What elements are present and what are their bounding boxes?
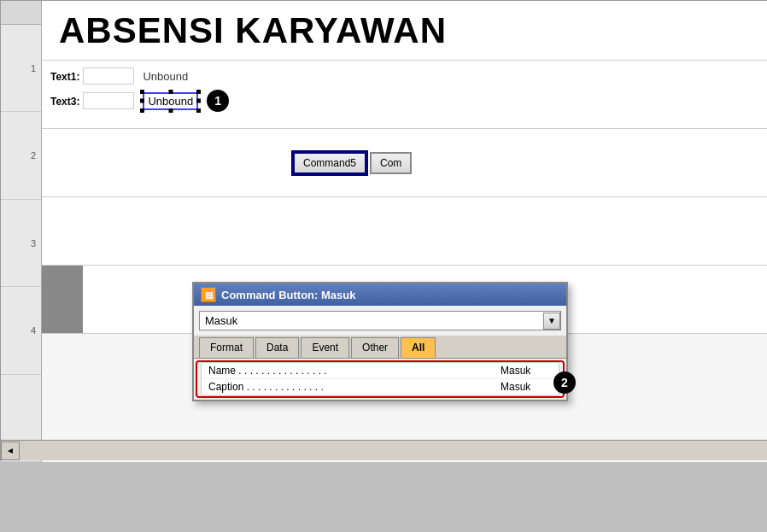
ruler-mark-4: 4 [1, 287, 41, 374]
prop-row-name: Name . . . . . . . . . . . . . . . . Mas… [202, 363, 559, 379]
ruler-left: 1 2 3 4 [1, 1, 42, 462]
handle-bm [168, 108, 173, 113]
tab-all[interactable]: All [401, 337, 436, 358]
handle-bl [140, 108, 144, 113]
tab-event[interactable]: Event [301, 337, 349, 358]
ruler-mark-3: 3 [1, 200, 41, 287]
panel-dropdown-value: Masuk [200, 312, 543, 330]
prop-row-caption: Caption . . . . . . . . . . . . . . Masu… [202, 379, 559, 395]
command-partial-button[interactable]: Com [370, 152, 412, 174]
ruler-mark-2: 2 [1, 112, 41, 199]
panel-title: Command Button: Masuk [221, 289, 355, 301]
badge-1: 1 [207, 90, 229, 112]
text1-field-group: Text1: Unbound [50, 67, 759, 85]
panel-tabs: Format Data Event Other All [194, 336, 566, 359]
prop-caption-label: Caption . . . . . . . . . . . . . . [208, 381, 501, 393]
badge-2: 2 [553, 371, 576, 394]
header-row: ABSENSI KARYAWAN [42, 1, 767, 61]
scrollbar[interactable]: ◄ [1, 440, 767, 460]
panel-icon: ▤ [201, 287, 216, 302]
command5-button[interactable]: Command5 [293, 152, 366, 174]
text3-input[interactable]: Unbound [143, 92, 198, 110]
text3-field-group: Text3: Unbound [50, 90, 759, 112]
properties-panel: ▤ Command Button: Masuk Masuk ▼ Format D… [192, 282, 568, 401]
text1-value: Unbound [143, 70, 188, 83]
handle-tm [168, 90, 173, 94]
scroll-left-button[interactable]: ◄ [1, 441, 20, 460]
tab-data[interactable]: Data [255, 337, 299, 358]
handle-tr [196, 90, 201, 94]
grid-row-3 [42, 197, 767, 266]
tab-other[interactable]: Other [351, 337, 399, 358]
text1-label: Text1: [50, 69, 79, 83]
prop-name-label: Name . . . . . . . . . . . . . . . . [208, 365, 501, 377]
ruler-top-corner [1, 1, 41, 25]
tab-format[interactable]: Format [199, 337, 254, 358]
handle-br [196, 108, 201, 113]
gray-block [42, 266, 83, 333]
grid-row-2: Command5 Com [42, 129, 767, 197]
page-title: ABSENSI KARYAWAN [59, 10, 447, 51]
prop-caption-value: Masuk [501, 381, 552, 393]
properties-list-container: Name . . . . . . . . . . . . . . . . Mas… [197, 362, 563, 396]
properties-list: Name . . . . . . . . . . . . . . . . Mas… [201, 362, 559, 396]
handle-tl [140, 90, 144, 94]
panel-titlebar: ▤ Command Button: Masuk [194, 284, 566, 306]
handle-lm [140, 99, 144, 103]
dropdown-arrow[interactable]: ▼ [543, 313, 560, 330]
handle-rm [196, 99, 201, 103]
grid-row-1: Text1: Unbound Text3: Unbound [42, 61, 767, 129]
text3-label: Text3: [50, 94, 79, 108]
text3-value: Unbound [148, 95, 193, 108]
prop-name-value: Masuk [501, 365, 552, 377]
ruler-mark-1: 1 [1, 25, 41, 112]
